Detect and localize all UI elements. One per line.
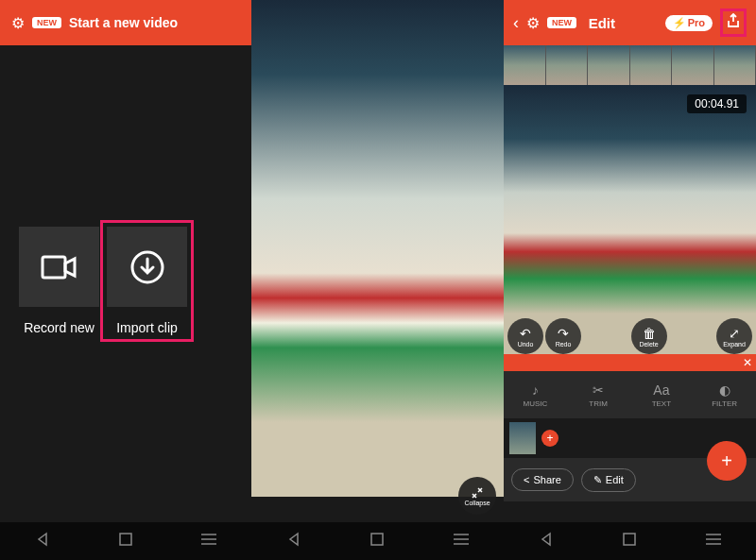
- action-row: Record new Import clip: [0, 227, 206, 335]
- record-new-button[interactable]: [19, 227, 99, 307]
- preview-controls: ↶Undo ↷Redo 🗑Delete ⤢Expand: [504, 318, 756, 354]
- trash-icon: 🗑: [643, 326, 656, 341]
- undo-icon: ↶: [520, 326, 531, 341]
- nav-back-icon[interactable]: [539, 532, 554, 551]
- filter-icon: ◐: [719, 382, 730, 398]
- strip-thumb[interactable]: [504, 45, 546, 85]
- back-icon[interactable]: ‹: [513, 13, 519, 33]
- import-clip-label: Import clip: [116, 320, 178, 335]
- nav-recent-icon[interactable]: [706, 533, 721, 550]
- undo-button[interactable]: ↶Undo: [507, 318, 543, 354]
- share-icon: <: [524, 474, 529, 485]
- svg-rect-2: [120, 534, 131, 545]
- android-nav-bar: [0, 522, 251, 560]
- edit-title: Edit: [546, 15, 658, 31]
- edit-track[interactable]: ✕: [504, 354, 756, 371]
- svg-rect-10: [624, 534, 635, 545]
- video-preview[interactable]: [251, 0, 504, 497]
- header-bar: ⚙ NEW Start a new video: [0, 0, 251, 45]
- edit-button[interactable]: ✎Edit: [581, 468, 636, 492]
- start-screen: ⚙ NEW Start a new video Record new Impor…: [0, 0, 251, 560]
- collapse-icon: [471, 486, 484, 500]
- collapse-button[interactable]: Collapse: [458, 477, 496, 515]
- nav-home-icon[interactable]: [623, 533, 636, 550]
- import-clip-button[interactable]: [107, 227, 187, 307]
- svg-rect-0: [43, 257, 65, 278]
- delete-button[interactable]: 🗑Delete: [631, 318, 667, 354]
- scissors-icon: ✂: [593, 382, 604, 398]
- camera-icon: [41, 253, 78, 281]
- fab-add-button[interactable]: +: [707, 441, 747, 481]
- collapse-label: Collapse: [464, 500, 490, 506]
- android-nav-bar: [251, 522, 504, 560]
- record-new-label: Record new: [24, 320, 94, 335]
- clip-thumb[interactable]: [509, 422, 536, 454]
- export-icon: [727, 13, 740, 28]
- text-icon: Aa: [653, 382, 669, 398]
- redo-icon: ↷: [558, 326, 569, 341]
- strip-thumb[interactable]: [546, 45, 589, 85]
- text-tool[interactable]: AaTEXT: [630, 371, 694, 418]
- nav-home-icon[interactable]: [119, 533, 132, 550]
- nav-back-icon[interactable]: [286, 532, 301, 551]
- svg-rect-6: [371, 534, 383, 545]
- strip-thumb[interactable]: [714, 45, 757, 85]
- new-badge: NEW: [32, 17, 61, 28]
- strip-thumb[interactable]: [630, 45, 673, 85]
- close-icon[interactable]: ✕: [743, 356, 752, 369]
- edit-screen: ‹ ⚙ NEW Edit ⚡Pro 00:04.91 ↶Undo ↷Redo 🗑…: [504, 0, 756, 560]
- gear-icon[interactable]: ⚙: [11, 14, 25, 32]
- export-button[interactable]: [720, 8, 747, 37]
- gear-icon[interactable]: ⚙: [526, 14, 540, 32]
- nav-back-icon[interactable]: [35, 532, 50, 551]
- nav-recent-icon[interactable]: [201, 533, 216, 550]
- edit-header: ‹ ⚙ NEW Edit ⚡Pro: [504, 0, 756, 45]
- expand-button[interactable]: ⤢Expand: [716, 318, 752, 354]
- header-title: Start a new video: [69, 15, 178, 30]
- strip-thumb[interactable]: [588, 45, 630, 85]
- bottom-action-bar: <Share ✎Edit +: [504, 458, 756, 501]
- pro-badge[interactable]: ⚡Pro: [665, 15, 713, 31]
- tool-row: ♪MUSIC ✂TRIM AaTEXT ◐FILTER: [504, 371, 756, 418]
- edit-preview[interactable]: 00:04.91 ↶Undo ↷Redo 🗑Delete ⤢Expand: [504, 85, 756, 354]
- redo-button[interactable]: ↷Redo: [545, 318, 581, 354]
- trim-tool[interactable]: ✂TRIM: [567, 371, 630, 418]
- preview-screen: Collapse: [251, 0, 504, 560]
- music-icon: ♪: [532, 382, 539, 398]
- music-tool[interactable]: ♪MUSIC: [504, 371, 567, 418]
- pencil-icon: ✎: [593, 474, 602, 486]
- nav-recent-icon[interactable]: [454, 533, 469, 550]
- filter-tool[interactable]: ◐FILTER: [693, 371, 756, 418]
- record-new-card[interactable]: Record new: [19, 227, 99, 335]
- import-clip-card[interactable]: Import clip: [100, 220, 194, 342]
- share-button[interactable]: <Share: [511, 468, 574, 491]
- download-circle-icon: [129, 249, 165, 285]
- thumbnail-strip[interactable]: [504, 45, 756, 85]
- timestamp-badge: 00:04.91: [687, 94, 747, 113]
- android-nav-bar: [504, 522, 756, 560]
- add-clip-button[interactable]: +: [541, 430, 558, 447]
- expand-icon: ⤢: [729, 326, 740, 341]
- nav-home-icon[interactable]: [370, 533, 384, 550]
- strip-thumb[interactable]: [672, 45, 714, 85]
